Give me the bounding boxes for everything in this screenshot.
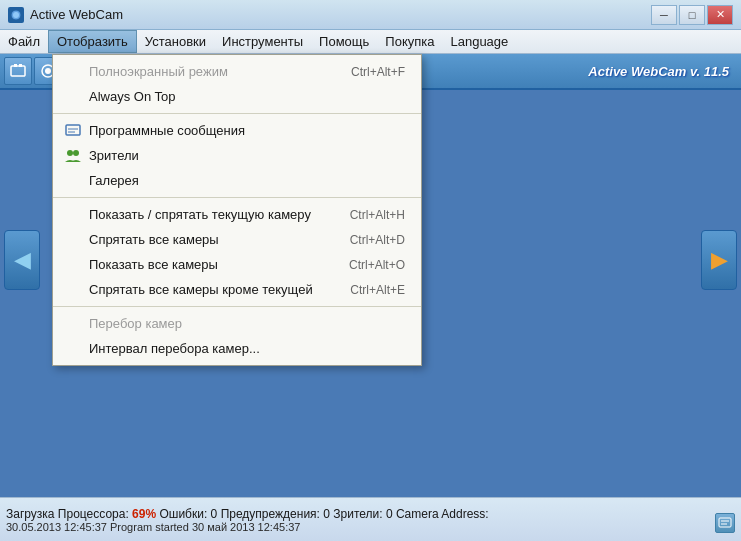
minimize-button[interactable]: ─ [651, 5, 677, 25]
dropdown-item-label: Always On Top [89, 89, 175, 104]
viewers-icon [63, 146, 83, 166]
menu-separator [53, 113, 421, 114]
menu-item-language[interactable]: Language [442, 30, 516, 53]
svg-rect-20 [719, 518, 731, 527]
message-icon [63, 121, 83, 141]
svg-point-6 [45, 68, 51, 74]
dropdown-item-shortcut: Ctrl+Alt+D [350, 233, 405, 247]
menu-item-view[interactable]: Отобразить [48, 30, 137, 53]
title-bar-left: Active WebCam [8, 7, 123, 23]
menu-separator [53, 306, 421, 307]
view-dropdown-menu: Полноэкранный режимCtrl+Alt+FAlways On T… [52, 54, 422, 366]
camera-label: Camera Address: [393, 507, 489, 521]
warnings-value: 0 [323, 507, 330, 521]
dropdown-item-shortcut: Ctrl+Alt+F [351, 65, 405, 79]
svg-rect-3 [14, 64, 17, 67]
dropdown-item-cyclecameras: Перебор камер [53, 311, 421, 336]
status-bar: Загрузка Процессора: 69% Ошибки: 0 Преду… [0, 497, 741, 541]
svg-rect-2 [11, 66, 25, 76]
svg-point-27 [73, 150, 79, 156]
dropdown-item-alwaysontop[interactable]: Always On Top [53, 84, 421, 109]
warnings-label: Предупреждения: [217, 507, 323, 521]
menu-separator [53, 197, 421, 198]
version-label: Active WebCam v. 11.5 [588, 64, 729, 79]
svg-rect-23 [66, 125, 80, 135]
dropdown-item-shortcut: Ctrl+Alt+O [349, 258, 405, 272]
menu-bar: ФайлОтобразитьУстановкиИнструментыПомощь… [0, 30, 741, 54]
dropdown-item-label: Программные сообщения [89, 123, 245, 138]
dropdown-item-label: Спрятать все камеры [89, 232, 219, 247]
dropdown-item-label: Галерея [89, 173, 139, 188]
status-line-2: 30.05.2013 12:45:37 Program started 30 м… [6, 521, 735, 533]
title-bar: Active WebCam ─ □ ✕ [0, 0, 741, 30]
menu-item-settings[interactable]: Установки [137, 30, 214, 53]
menu-item-help[interactable]: Помощь [311, 30, 377, 53]
menu-item-file[interactable]: Файл [0, 30, 48, 53]
window-title: Active WebCam [30, 7, 123, 22]
nav-left-arrow[interactable]: ◀ [4, 230, 40, 290]
menu-item-tools[interactable]: Инструменты [214, 30, 311, 53]
svg-point-26 [67, 150, 73, 156]
dropdown-item-hideall[interactable]: Спрятать все камерыCtrl+Alt+D [53, 227, 421, 252]
dropdown-item-label: Зрители [89, 148, 139, 163]
dropdown-item-hideexcept[interactable]: Спрятать все камеры кроме текущейCtrl+Al… [53, 277, 421, 302]
errors-label: Ошибки: [156, 507, 211, 521]
viewers-label: Зрители: [330, 507, 386, 521]
menu-item-shop[interactable]: Покупка [377, 30, 442, 53]
dropdown-item-label: Полноэкранный режим [89, 64, 228, 79]
dropdown-item-label: Интервал перебора камер... [89, 341, 260, 356]
dropdown-item-fullscreen: Полноэкранный режимCtrl+Alt+F [53, 59, 421, 84]
cpu-value: 69% [132, 507, 156, 521]
dropdown-item-shortcut: Ctrl+Alt+E [350, 283, 405, 297]
dropdown-item-cycleinterval[interactable]: Интервал перебора камер... [53, 336, 421, 361]
viewers-value: 0 [386, 507, 393, 521]
status-line-1: Загрузка Процессора: 69% Ошибки: 0 Преду… [6, 507, 735, 521]
maximize-button[interactable]: □ [679, 5, 705, 25]
dropdown-item-label: Спрятать все камеры кроме текущей [89, 282, 313, 297]
dropdown-item-gallery[interactable]: Галерея [53, 168, 421, 193]
close-button[interactable]: ✕ [707, 5, 733, 25]
dropdown-item-showall[interactable]: Показать все камерыCtrl+Alt+O [53, 252, 421, 277]
cpu-label: Загрузка Процессора: [6, 507, 132, 521]
app-window: Active WebCam ─ □ ✕ ФайлОтобразитьУстано… [0, 0, 741, 541]
dropdown-item-viewers[interactable]: Зрители [53, 143, 421, 168]
app-icon [8, 7, 24, 23]
nav-right-arrow[interactable]: ▶ [701, 230, 737, 290]
window-controls: ─ □ ✕ [651, 5, 733, 25]
svg-rect-4 [19, 64, 22, 67]
svg-point-1 [13, 12, 19, 18]
dropdown-item-label: Показать / спрятать текущую камеру [89, 207, 311, 222]
dropdown-item-showcurrent[interactable]: Показать / спрятать текущую камеруCtrl+A… [53, 202, 421, 227]
dropdown-item-label: Перебор камер [89, 316, 182, 331]
dropdown-item-messages[interactable]: Программные сообщения [53, 118, 421, 143]
dropdown-item-shortcut: Ctrl+Alt+H [350, 208, 405, 222]
status-icon [715, 513, 735, 533]
dropdown-item-label: Показать все камеры [89, 257, 218, 272]
toolbar-btn-1[interactable] [4, 57, 32, 85]
